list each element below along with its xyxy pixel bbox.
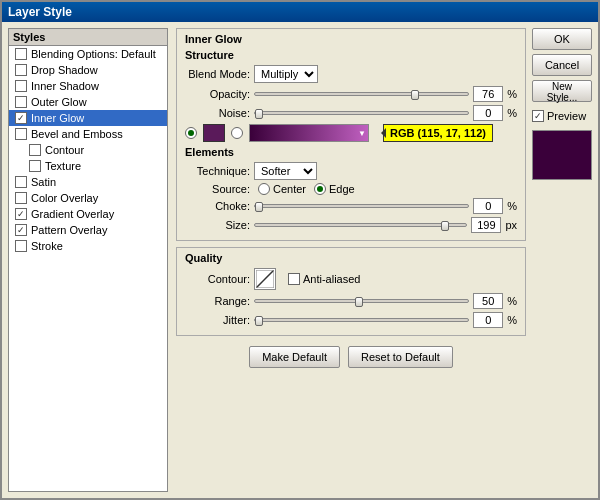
sidebar-label-color-overlay: Color Overlay [31,192,98,204]
size-input[interactable] [471,217,501,233]
opacity-label: Opacity: [185,88,250,100]
sidebar-item-color-overlay[interactable]: Color Overlay [9,190,167,206]
choke-percent: % [507,200,517,212]
sidebar-checkbox-inner-shadow[interactable] [15,80,27,92]
sidebar-checkbox-color-overlay[interactable] [15,192,27,204]
preview-checkbox[interactable] [532,110,544,122]
window-title: Layer Style [8,5,72,19]
sidebar-item-inner-shadow[interactable]: Inner Shadow [9,78,167,94]
sidebar-item-outer-glow[interactable]: Outer Glow [9,94,167,110]
sidebar-label-gradient-overlay: Gradient Overlay [31,208,114,220]
color-radio[interactable] [185,127,197,139]
sidebar-checkbox-texture[interactable] [29,160,41,172]
source-row: Source: Center Edge [185,183,517,195]
anti-aliased-text: Anti-aliased [303,273,360,285]
blend-mode-select[interactable]: Multiply Normal Screen [254,65,318,83]
size-row: Size: px [185,217,517,233]
sidebar-checkbox-blending[interactable] [15,48,27,60]
contour-picker[interactable] [254,268,276,290]
title-bar: Layer Style [2,2,598,22]
structure-title: Structure [185,49,517,61]
source-center-label[interactable]: Center [258,183,306,195]
sidebar-item-contour[interactable]: Contour [9,142,167,158]
sidebar-item-stroke[interactable]: Stroke [9,238,167,254]
quality-title: Quality [185,252,517,264]
technique-row: Technique: Softer Precise [185,162,517,180]
preview-text: Preview [547,110,586,122]
opacity-percent: % [507,88,517,100]
sidebar-checkbox-gradient-overlay[interactable] [15,208,27,220]
jitter-input[interactable] [473,312,503,328]
bottom-buttons: Make Default Reset to Default [176,346,526,368]
sidebar-checkbox-inner-glow[interactable] [15,112,27,124]
choke-label: Choke: [185,200,250,212]
opacity-input[interactable] [473,86,503,102]
sidebar-checkbox-outer-glow[interactable] [15,96,27,108]
inner-glow-title: Inner Glow [185,33,517,45]
anti-aliased-label[interactable]: Anti-aliased [288,273,360,285]
new-style-button[interactable]: New Style... [532,80,592,102]
sidebar-checkbox-bevel[interactable] [15,128,27,140]
sidebar-checkbox-pattern-overlay[interactable] [15,224,27,236]
ok-button[interactable]: OK [532,28,592,50]
anti-aliased-checkbox[interactable] [288,273,300,285]
jitter-label: Jitter: [185,314,250,326]
sidebar-title: Styles [9,29,167,46]
elements-title: Elements [185,146,517,158]
sidebar-label-pattern-overlay: Pattern Overlay [31,224,107,236]
sidebar-item-satin[interactable]: Satin [9,174,167,190]
sidebar-item-inner-glow[interactable]: Inner Glow [9,110,167,126]
color-tooltip: RGB (115, 17, 112) [383,124,493,142]
contour-label: Contour: [185,273,250,285]
sidebar-label-blending: Blending Options: Default [31,48,156,60]
gradient-select[interactable] [249,124,369,142]
choke-slider[interactable] [254,204,469,208]
source-edge-radio[interactable] [314,183,326,195]
sidebar-item-gradient-overlay[interactable]: Gradient Overlay [9,206,167,222]
cancel-button[interactable]: Cancel [532,54,592,76]
choke-input[interactable] [473,198,503,214]
noise-percent: % [507,107,517,119]
source-edge-label[interactable]: Edge [314,183,355,195]
sidebar-checkbox-contour[interactable] [29,144,41,156]
make-default-button[interactable]: Make Default [249,346,340,368]
sidebar-label-drop-shadow: Drop Shadow [31,64,98,76]
sidebar: Styles Blending Options: DefaultDrop Sha… [8,28,168,492]
jitter-percent: % [507,314,517,326]
technique-select[interactable]: Softer Precise [254,162,317,180]
sidebar-label-inner-glow: Inner Glow [31,112,84,124]
range-label: Range: [185,295,250,307]
size-label: Size: [185,219,250,231]
noise-slider[interactable] [254,111,469,115]
size-slider[interactable] [254,223,467,227]
sidebar-item-texture[interactable]: Texture [9,158,167,174]
range-input[interactable] [473,293,503,309]
jitter-slider[interactable] [254,318,469,322]
sidebar-label-texture: Texture [45,160,81,172]
reset-to-default-button[interactable]: Reset to Default [348,346,453,368]
sidebar-item-bevel[interactable]: Bevel and Emboss [9,126,167,142]
sidebar-checkbox-stroke[interactable] [15,240,27,252]
sidebar-checkbox-drop-shadow[interactable] [15,64,27,76]
range-percent: % [507,295,517,307]
opacity-slider[interactable] [254,92,469,96]
range-slider[interactable] [254,299,469,303]
noise-input[interactable] [473,105,503,121]
sidebar-item-blending[interactable]: Blending Options: Default [9,46,167,62]
jitter-row: Jitter: % [185,312,517,328]
layer-style-window: Layer Style Styles Blending Options: Def… [0,0,600,500]
source-label: Source: [185,183,250,195]
sidebar-item-drop-shadow[interactable]: Drop Shadow [9,62,167,78]
sidebar-checkbox-satin[interactable] [15,176,27,188]
gradient-radio[interactable] [231,127,243,139]
main-panel: Inner Glow Structure Blend Mode: Multipl… [168,22,532,498]
blend-mode-label: Blend Mode: [185,68,250,80]
sidebar-label-outer-glow: Outer Glow [31,96,87,108]
source-center-text: Center [273,183,306,195]
inner-glow-panel: Inner Glow Structure Blend Mode: Multipl… [176,28,526,241]
color-swatch[interactable] [203,124,225,142]
sidebar-item-pattern-overlay[interactable]: Pattern Overlay [9,222,167,238]
source-center-radio[interactable] [258,183,270,195]
opacity-row: Opacity: % [185,86,517,102]
sidebar-label-contour: Contour [45,144,84,156]
